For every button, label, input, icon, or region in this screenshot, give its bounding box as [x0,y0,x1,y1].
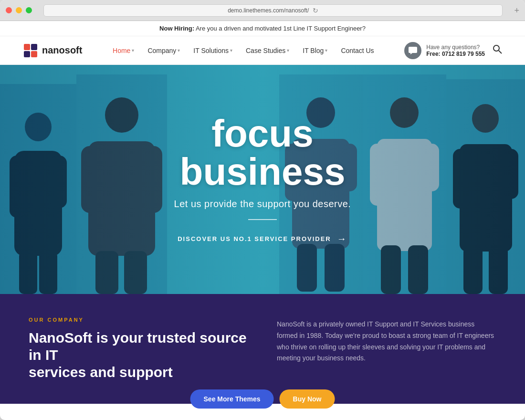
nav-contact-us[interactable]: Contact Us [341,47,374,54]
hero-cta-text: DISCOVER US NO.1 SERVICE PROVIDER [178,235,331,242]
announcement-bar: Now Hiring: Are you a driven and motivat… [0,21,525,36]
main-nav: Home ▾ Company ▾ IT Solutions ▾ Case Stu… [113,47,374,54]
contact-text: Have any questions? Free: 0712 819 79 55… [426,44,485,57]
arrow-icon: → [337,233,347,244]
contact-info: Have any questions? Free: 0712 819 79 55… [404,42,485,59]
maximize-dot[interactable] [26,7,32,13]
chevron-down-icon: ▾ [132,48,134,53]
chat-icon [404,42,421,59]
nav-case-studies[interactable]: Case Studies ▾ [246,47,289,54]
hero-divider [248,219,277,220]
nav-it-solutions[interactable]: IT Solutions ▾ [193,47,232,54]
bottom-section: OUR COMPANY NanoSoft is your trusted sou… [0,294,525,404]
header-right: Have any questions? Free: 0712 819 79 55… [404,42,502,59]
add-tab-button[interactable]: + [514,6,519,15]
cta-buttons: See More Themes Buy Now [190,389,335,409]
browser-window: demo.linethemes.com/nanosoft/ ↻ + Now Hi… [0,0,525,420]
hiring-text: Are you a driven and motivated 1st Line … [196,25,366,32]
hero-subtitle: Let us provide the support you deserve. [174,199,351,210]
hero-title: focus business [174,115,351,191]
svg-rect-0 [24,44,30,50]
logo-text: nanosoft [42,45,82,56]
svg-rect-1 [31,44,37,50]
hero-section: focus business Let us provide the suppor… [0,65,525,294]
buy-now-button[interactable]: Buy Now [280,389,335,409]
hiring-label: Now Hiring: [159,25,194,32]
site-header: nanosoft Home ▾ Company ▾ IT Solutions ▾… [0,36,525,65]
see-more-button[interactable]: See More Themes [190,389,274,409]
chevron-down-icon: ▾ [178,48,180,53]
reload-icon[interactable]: ↻ [313,7,318,14]
bottom-left: OUR COMPANY NanoSoft is your trusted sou… [29,317,248,381]
bottom-description: NanoSoft is a privately owned IT Support… [277,319,496,364]
nav-it-blog[interactable]: IT Blog ▾ [303,47,327,54]
minimize-dot[interactable] [16,7,22,13]
hero-cta-button[interactable]: DISCOVER US NO.1 SERVICE PROVIDER → [174,233,351,244]
section-label: OUR COMPANY [29,317,248,323]
logo[interactable]: nanosoft [23,43,82,58]
nav-home[interactable]: Home ▾ [113,47,134,54]
svg-rect-3 [31,51,37,57]
bottom-right: NanoSoft is a privately owned IT Support… [277,317,496,364]
svg-point-4 [494,45,499,51]
close-dot[interactable] [6,7,12,13]
svg-line-5 [499,51,502,53]
hero-content: focus business Let us provide the suppor… [174,115,351,244]
chevron-down-icon: ▾ [325,48,327,53]
url-bar[interactable]: demo.linethemes.com/nanosoft/ ↻ [43,4,503,17]
chevron-down-icon: ▾ [230,48,232,53]
chevron-down-icon: ▾ [287,48,289,53]
svg-rect-2 [24,51,30,57]
search-button[interactable] [493,44,502,56]
nav-company[interactable]: Company ▾ [147,47,180,54]
logo-icon [23,43,38,58]
bottom-heading: NanoSoft is your trusted source in IT se… [29,329,248,381]
browser-chrome: demo.linethemes.com/nanosoft/ ↻ + [0,0,525,21]
